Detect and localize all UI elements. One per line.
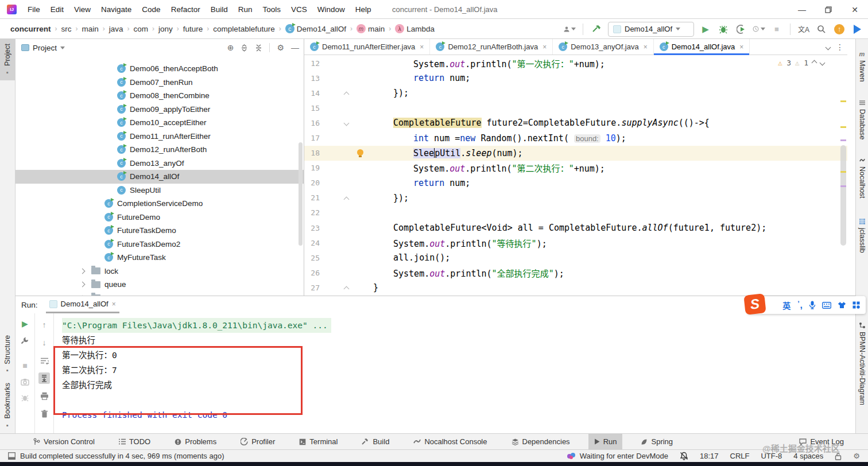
code-line-24[interactable]: 24System.out.println("等待执行"); xyxy=(304,235,847,250)
project-scrollbar[interactable] xyxy=(299,142,303,246)
tool-button-profiler[interactable]: Profiler xyxy=(235,434,281,449)
code-line-26[interactable]: 26System.out.println("全部执行完成"); xyxy=(304,265,847,280)
tool-button-bookmarks[interactable]: Bookmarks▪ xyxy=(0,378,15,433)
run-settings-wrench-icon[interactable] xyxy=(20,336,31,345)
indent-indicator[interactable]: 4 spaces xyxy=(793,452,823,460)
tree-item-queue[interactable]: queue xyxy=(16,278,304,292)
tool-button-todo[interactable]: TODO xyxy=(113,434,156,449)
hide-panel-icon[interactable]: — xyxy=(291,43,299,52)
code-line-15[interactable]: 15 xyxy=(304,100,847,115)
fold-marker-icon[interactable] xyxy=(344,286,350,292)
maximize-button[interactable] xyxy=(815,0,842,19)
tree-item-Demo12_runAfterBoth[interactable]: cDemo12_runAfterBoth xyxy=(16,143,304,157)
menu-refactor[interactable]: Refactor xyxy=(166,0,206,18)
tool-button-maven[interactable]: m Maven xyxy=(856,46,868,87)
run-console-tab[interactable]: Demo14_allOf × xyxy=(46,296,119,313)
editor-error-stripe[interactable] xyxy=(839,55,847,296)
breadcrumb-item[interactable]: λLambda xyxy=(394,23,436,34)
locate-file-icon[interactable]: ⊕ xyxy=(227,43,234,52)
status-message[interactable]: Build completed successfully in 4 sec, 9… xyxy=(20,452,224,460)
menu-navigate[interactable]: Navigate xyxy=(96,0,137,18)
expand-all-icon[interactable] xyxy=(241,44,248,52)
editor-scrollbar-thumb[interactable] xyxy=(840,145,846,246)
run-with-coverage-button[interactable] xyxy=(735,23,747,36)
minimize-button[interactable]: — xyxy=(789,0,815,19)
code-line-23[interactable]: 23CompletableFuture<Void> all = Completa… xyxy=(304,220,847,235)
code-line-18[interactable]: 18SleepUtil.sleep(num); xyxy=(304,146,847,161)
breadcrumb-item[interactable]: com xyxy=(133,24,150,34)
devmode-status[interactable]: Waiting for enter DevMode xyxy=(567,452,668,460)
close-icon[interactable]: × xyxy=(739,43,743,51)
chevron-right-icon[interactable] xyxy=(80,268,86,274)
intention-bulb-icon[interactable] xyxy=(357,149,363,156)
tree-item-Demo06_thenAcceptBoth[interactable]: cDemo06_thenAcceptBoth xyxy=(16,62,304,76)
breadcrumb-item[interactable]: completablefuture xyxy=(212,24,276,34)
close-icon[interactable]: × xyxy=(644,43,648,51)
tree-item-MyFutureTask[interactable]: cMyFutureTask xyxy=(16,251,304,265)
menu-vcs[interactable]: VCS xyxy=(286,0,312,18)
code-line-14[interactable]: 14}); xyxy=(304,86,847,100)
editor-tab-Demo11_runAfterEither.java[interactable]: cDemo11_runAfterEither.java× xyxy=(304,39,430,55)
breadcrumb-item[interactable]: cDemo14_allOf xyxy=(284,23,347,34)
settings-gear-icon[interactable]: ⚙ xyxy=(277,43,284,52)
code-line-22[interactable]: 22 xyxy=(304,205,847,220)
tool-button-problems[interactable]: Problems xyxy=(169,434,222,449)
breadcrumb-item[interactable]: jony xyxy=(157,24,174,34)
readonly-lock-icon[interactable] xyxy=(835,452,842,460)
menu-run[interactable]: Run xyxy=(233,0,258,18)
tool-button-run[interactable]: Run xyxy=(588,434,623,449)
breadcrumb-item[interactable]: src xyxy=(60,24,73,34)
menu-tools[interactable]: Tools xyxy=(257,0,286,18)
breadcrumb-item[interactable]: concurrent xyxy=(9,24,52,34)
breadcrumb-item[interactable]: java xyxy=(108,24,125,34)
chevron-right-icon[interactable] xyxy=(80,282,86,288)
notifications-muted-icon[interactable] xyxy=(680,452,688,460)
next-warning-icon[interactable] xyxy=(820,60,826,66)
run-configuration-select[interactable]: Demo14_allOf xyxy=(608,22,694,37)
close-icon[interactable]: × xyxy=(112,300,116,308)
menu-view[interactable]: View xyxy=(69,0,96,18)
menu-edit[interactable]: Edit xyxy=(45,0,69,18)
panel-toggle-icon[interactable] xyxy=(8,452,16,460)
close-icon[interactable]: × xyxy=(420,43,424,51)
line-ending-indicator[interactable]: CRLF xyxy=(730,452,750,460)
tool-button-bpmn[interactable]: BPMN-Activiti-Diagram xyxy=(856,317,868,410)
tree-item-Demo14_allOf[interactable]: cDemo14_allOf xyxy=(16,170,304,184)
stop-button[interactable]: ■ xyxy=(770,23,783,36)
project-panel-title[interactable]: Project xyxy=(33,44,57,52)
up-stacktrace-icon[interactable]: ↑ xyxy=(38,319,50,331)
rerun-button[interactable]: ▶ xyxy=(20,319,31,328)
build-hammer-icon[interactable] xyxy=(590,23,603,36)
code-line-20[interactable]: 20return num; xyxy=(304,176,847,191)
tree-item-FutureTaskDemo2[interactable]: cFutureTaskDemo2 xyxy=(16,238,304,251)
tree-item-FutureTaskDemo[interactable]: cFutureTaskDemo xyxy=(16,224,304,238)
tool-button-event-log[interactable]: Event Log xyxy=(793,437,850,446)
menu-build[interactable]: Build xyxy=(206,0,233,18)
tree-item-Demo08_thenCombine[interactable]: cDemo08_thenCombine xyxy=(16,89,304,103)
tree-item-sync[interactable]: sync xyxy=(16,292,304,296)
tool-button-structure[interactable]: Structure▪ xyxy=(0,331,15,379)
tree-item-FutureDemo[interactable]: cFutureDemo xyxy=(16,211,304,224)
inspections-widget[interactable]: ⚠ 3 ⚠ 1 xyxy=(778,59,824,67)
settings-gear-icon[interactable]: ⚙ xyxy=(853,452,860,460)
editor-tab-Demo14_allOf.java[interactable]: cDemo14_allOf.java× xyxy=(654,39,750,55)
stop-button[interactable]: ■ xyxy=(20,361,31,370)
close-icon[interactable]: × xyxy=(542,43,547,51)
soft-wrap-icon[interactable] xyxy=(38,355,50,366)
translate-icon[interactable]: 文A xyxy=(797,23,810,36)
down-stacktrace-icon[interactable]: ↓ xyxy=(38,337,50,348)
code-line-16[interactable]: 16CompletableFuture future2=CompletableF… xyxy=(304,115,847,130)
attach-debugger-icon[interactable] xyxy=(20,394,31,402)
code-line-25[interactable]: 25all.join(); xyxy=(304,250,847,265)
breadcrumb-item[interactable]: future xyxy=(182,24,204,34)
scroll-to-end-icon[interactable] xyxy=(38,372,50,384)
ime-toolbox-icon[interactable] xyxy=(852,301,860,309)
tool-button-terminal[interactable]: Terminal xyxy=(293,434,343,449)
ime-keyboard-icon[interactable] xyxy=(822,302,831,309)
menu-code[interactable]: Code xyxy=(137,0,165,18)
code-line-27[interactable]: 27} xyxy=(304,280,847,295)
editor-tab-Demo13_anyOf.java[interactable]: cDemo13_anyOf.java× xyxy=(553,39,654,55)
chevron-down-icon[interactable] xyxy=(60,46,65,49)
code-editor[interactable]: ⚠ 3 ⚠ 1 12System.out.println("第一次执行："+nu… xyxy=(304,55,847,296)
tool-button-build[interactable]: Build xyxy=(356,434,395,449)
